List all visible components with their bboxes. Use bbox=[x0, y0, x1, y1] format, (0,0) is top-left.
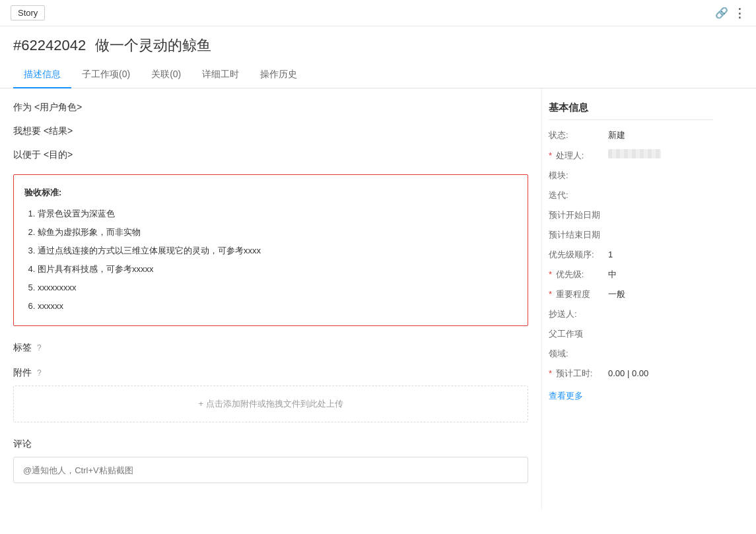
upload-text: + 点击添加附件或拖拽文件到此处上传 bbox=[198, 399, 343, 409]
link-icon[interactable]: 🔗 bbox=[715, 7, 728, 19]
parent-label: 父工作项 bbox=[549, 328, 608, 340]
sidebar-row-parent: 父工作项 bbox=[549, 328, 713, 340]
sidebar-title: 基本信息 bbox=[549, 102, 713, 120]
want-line: 我想要 <结果> bbox=[13, 125, 528, 137]
iteration-label: 迭代: bbox=[549, 189, 608, 201]
attachments-section: 附件 ? + 点击添加附件或拖拽文件到此处上传 bbox=[13, 367, 528, 422]
story-badge[interactable]: Story bbox=[11, 5, 45, 20]
comment-input[interactable] bbox=[13, 457, 528, 483]
required-star: * bbox=[549, 289, 552, 299]
acceptance-title: 验收标准: bbox=[24, 184, 517, 201]
list-item: xxxxxx bbox=[38, 298, 517, 315]
priority-label: * 优先级: bbox=[549, 269, 608, 281]
sidebar-row-assignee: * 处理人: bbox=[549, 149, 713, 162]
sidebar-row-end-date: 预计结束日期 bbox=[549, 229, 713, 241]
tab-description[interactable]: 描述信息 bbox=[13, 63, 71, 88]
comments-section: 评论 bbox=[13, 438, 528, 483]
description-section: 作为 <用户角色> 我想要 <结果> 以便于 <目的> bbox=[13, 102, 528, 161]
sidebar-row-module: 模块: bbox=[549, 170, 713, 182]
sidebar-row-importance: * 重要程度 一般 bbox=[549, 288, 713, 300]
issue-title: 做一个灵动的鲸鱼 bbox=[95, 37, 211, 53]
tab-sub-items[interactable]: 子工作项(0) bbox=[71, 63, 141, 88]
acceptance-list: 背景色设置为深蓝色 鲸鱼为虚拟形象，而非实物 通过点线连接的方式以三维立体展现它… bbox=[24, 205, 517, 315]
tags-help-icon[interactable]: ? bbox=[37, 343, 42, 352]
importance-label: * 重要程度 bbox=[549, 288, 608, 300]
start-date-label: 预计开始日期 bbox=[549, 209, 608, 221]
tags-section: 标签 ? bbox=[13, 342, 528, 354]
sidebar-row-cc: 抄送人: bbox=[549, 308, 713, 320]
list-item: 鲸鱼为虚拟形象，而非实物 bbox=[38, 224, 517, 241]
more-icon[interactable]: ⋮ bbox=[734, 6, 745, 20]
priority-order-label: 优先级顺序: bbox=[549, 249, 608, 261]
module-label: 模块: bbox=[549, 170, 608, 182]
assignee-value bbox=[608, 149, 661, 158]
purpose-line: 以便于 <目的> bbox=[13, 149, 528, 161]
sidebar-row-iteration: 迭代: bbox=[549, 189, 713, 201]
upload-area[interactable]: + 点击添加附件或拖拽文件到此处上传 bbox=[13, 385, 528, 422]
list-item: 通过点线连接的方式以三维立体展现它的灵动，可参考xxxx bbox=[38, 242, 517, 259]
list-item: 背景色设置为深蓝色 bbox=[38, 205, 517, 222]
priority-order-value: 1 bbox=[608, 250, 613, 259]
cc-label: 抄送人: bbox=[549, 308, 608, 320]
required-star: * bbox=[549, 269, 552, 279]
acceptance-criteria-box: 验收标准: 背景色设置为深蓝色 鲸鱼为虚拟形象，而非实物 通过点线连接的方式以三… bbox=[13, 174, 528, 326]
purpose-label: 以便于 <目的> bbox=[13, 149, 73, 160]
top-bar-actions: 🔗 ⋮ bbox=[715, 6, 745, 20]
workhours-label: * 预计工时: bbox=[549, 368, 608, 380]
status-label: 状态: bbox=[549, 129, 608, 141]
assignee-label: * 处理人: bbox=[549, 150, 608, 162]
tab-workhours[interactable]: 详细工时 bbox=[191, 63, 250, 88]
issue-id: #62242042 bbox=[13, 37, 86, 53]
sidebar-row-domain: 领域: bbox=[549, 348, 713, 360]
sidebar-row-workhours: * 预计工时: 0.00 | 0.00 bbox=[549, 368, 713, 380]
required-star: * bbox=[549, 368, 552, 378]
want-label: 我想要 <结果> bbox=[13, 125, 73, 136]
page-header: #62242042 做一个灵动的鲸鱼 bbox=[0, 26, 756, 55]
sidebar-row-priority-order: 优先级顺序: 1 bbox=[549, 249, 713, 261]
domain-label: 领域: bbox=[549, 348, 608, 360]
status-value: 新建 bbox=[608, 129, 625, 141]
tags-title: 标签 ? bbox=[13, 342, 528, 354]
sidebar-row-status: 状态: 新建 bbox=[549, 129, 713, 141]
sidebar: 基本信息 状态: 新建 * 处理人: 模块: 迭代: 预计开始日期 bbox=[541, 88, 726, 510]
role-line: 作为 <用户角色> bbox=[13, 102, 528, 114]
list-item: 图片具有科技感，可参考xxxxx bbox=[38, 261, 517, 278]
tab-relations[interactable]: 关联(0) bbox=[141, 63, 191, 88]
top-bar-left: Story bbox=[11, 5, 52, 20]
list-item: xxxxxxxxx bbox=[38, 279, 517, 296]
attachments-title: 附件 ? bbox=[13, 367, 528, 379]
comments-title: 评论 bbox=[13, 438, 528, 450]
see-more-link[interactable]: 查看更多 bbox=[549, 390, 583, 402]
sidebar-row-start-date: 预计开始日期 bbox=[549, 209, 713, 221]
page-title: #62242042 做一个灵动的鲸鱼 bbox=[13, 36, 743, 55]
end-date-label: 预计结束日期 bbox=[549, 229, 608, 241]
top-bar: Story 🔗 ⋮ bbox=[0, 0, 756, 26]
sidebar-row-priority: * 优先级: 中 bbox=[549, 269, 713, 281]
required-star: * bbox=[549, 150, 552, 160]
role-label: 作为 <用户角色> bbox=[13, 102, 82, 112]
workhours-value: 0.00 | 0.00 bbox=[608, 368, 648, 378]
main-content: 作为 <用户角色> 我想要 <结果> 以便于 <目的> 验收标准: 背景色设置为… bbox=[0, 88, 541, 510]
importance-value: 一般 bbox=[608, 288, 625, 300]
tab-history[interactable]: 操作历史 bbox=[250, 63, 308, 88]
attachments-help-icon[interactable]: ? bbox=[37, 368, 42, 378]
content-wrapper: 作为 <用户角色> 我想要 <结果> 以便于 <目的> 验收标准: 背景色设置为… bbox=[0, 88, 756, 510]
priority-value: 中 bbox=[608, 269, 617, 281]
tabs: 描述信息 子工作项(0) 关联(0) 详细工时 操作历史 bbox=[0, 63, 756, 88]
